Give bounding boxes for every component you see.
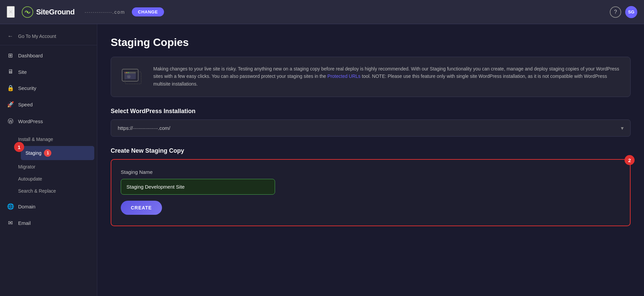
create-staging-form: 2 Staging Name CREATE [111,159,631,226]
installation-select[interactable]: https://··················.com/ [111,119,631,137]
sidebar-go-to-my-account[interactable]: ← Go To My Account [0,28,97,45]
sidebar-item-wordpress[interactable]: Ⓦ WordPress [0,113,97,130]
header: × SiteGround ··············.com CHANGE ?… [0,0,644,24]
search-replace-label: Search & Replace [18,188,56,194]
speed-label: Speed [18,102,33,107]
sidebar-item-autoupdate[interactable]: Autoupdate [18,173,97,185]
help-button[interactable]: ? [610,6,621,18]
select-section-label: Select WordPress Installation [111,108,631,115]
domain-label: Domain [18,204,36,209]
page-title: Staging Copies [111,36,631,49]
email-icon: ✉ [7,219,14,227]
avatar: SG [625,6,637,18]
domain-icon: 🌐 [7,203,14,210]
sidebar-item-email[interactable]: ✉ Email [0,215,97,231]
svg-text:Ⓦ: Ⓦ [127,75,130,79]
install-manage-label: Install & Manage [18,137,53,142]
wordpress-submenu: Install & Manage Staging 1 1 Migrator Au… [0,130,97,198]
create-section-label: Create New Staging Copy [111,147,631,154]
migrator-label: Migrator [18,164,35,169]
sidebar-item-speed[interactable]: 🚀 Speed [0,96,97,113]
staging-name-label: Staging Name [121,169,621,175]
sidebar-item-staging[interactable]: Staging 1 [21,146,94,160]
change-domain-button[interactable]: CHANGE [132,7,164,16]
security-label: Security [18,85,36,91]
staging-active-wrapper: Staging 1 1 [18,146,97,160]
content-area: Staging Copies Ⓦ Making changes t [97,24,644,296]
svg-point-6 [126,72,127,73]
dashboard-label: Dashboard [18,53,43,58]
header-right: ? SG [610,6,637,18]
speed-icon: 🚀 [7,101,14,108]
staging-label: Staging [25,150,41,156]
step-badge-2: 2 [625,155,635,165]
sidebar-item-domain[interactable]: 🌐 Domain [0,198,97,215]
dashboard-icon: ⊞ [7,52,14,59]
staging-name-input[interactable] [121,179,275,195]
staging-badge: 1 [44,149,51,157]
go-to-my-account-label: Go To My Account [18,34,56,39]
arrow-left-icon: ← [7,33,14,40]
installation-select-wrapper: https://··················.com/ ▼ [111,119,631,137]
site-icon: 🖥 [7,68,14,75]
create-staging-button[interactable]: CREATE [121,201,162,215]
site-label: Site [18,69,27,75]
security-icon: 🔒 [7,85,14,92]
email-label: Email [18,220,31,226]
sidebar-item-site[interactable]: 🖥 Site [0,64,97,80]
sidebar: ← Go To My Account ⊞ Dashboard 🖥 Site 🔒 … [0,24,97,296]
wordpress-icon: Ⓦ [7,117,14,125]
svg-point-7 [128,72,129,73]
logo: SiteGround [21,6,75,18]
sidebar-item-migrator[interactable]: Migrator [18,161,97,173]
domain-display: ··············.com [85,9,125,15]
sidebar-item-security[interactable]: 🔒 Security [0,80,97,96]
logo-text: SiteGround [36,8,75,16]
step-badge-1: 1 [14,142,24,152]
siteground-logo-icon [21,6,34,18]
close-button[interactable]: × [7,6,15,18]
sidebar-item-dashboard[interactable]: ⊞ Dashboard [0,47,97,64]
sidebar-item-search-replace[interactable]: Search & Replace [18,185,97,197]
wordpress-label: WordPress [18,118,43,124]
info-text: Making changes to your live site is risk… [153,65,621,88]
sidebar-item-install-manage[interactable]: Install & Manage [18,133,97,145]
info-box: Ⓦ Making changes to your live site is ri… [111,57,631,97]
svg-point-1 [26,11,28,13]
staging-illustration: Ⓦ [120,65,144,89]
protected-urls-link[interactable]: Protected URLs [327,73,361,79]
autoupdate-label: Autoupdate [18,176,42,182]
main-layout: ← Go To My Account ⊞ Dashboard 🖥 Site 🔒 … [0,24,644,296]
